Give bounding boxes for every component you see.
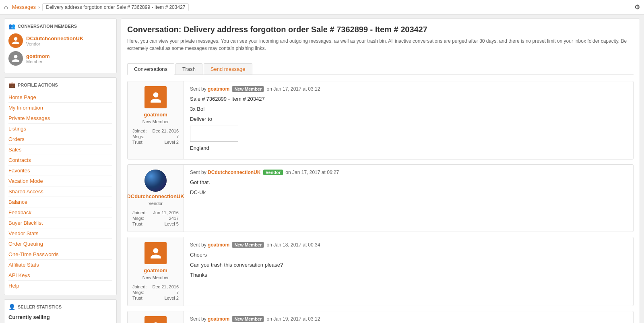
message-text-1: Sale # 7362899 - Item # 203427 3x Bol De… (190, 95, 627, 153)
sent-on-prefix-4: on (267, 316, 272, 322)
tab-trash[interactable]: Trash (175, 63, 202, 75)
sidebar-item-sales[interactable]: Sales (8, 145, 112, 155)
sidebar-item-buyer-blacklist[interactable]: Buyer Blacklist (8, 218, 112, 228)
sidebar-item-feedback[interactable]: Feedback (8, 207, 112, 218)
sender-panel-4 (128, 311, 184, 323)
page-description: Here, you can view your private messages… (127, 37, 634, 57)
profile-links-list: Home Page My Information Private Message… (8, 92, 112, 291)
sidebar-item-affiliate-stats[interactable]: Affiliate Stats (8, 260, 112, 270)
sender-panel-3: goatmom New Member Joined: Dec 21, 2016 … (128, 237, 184, 306)
message-body-1: Sent by goatmom New Member on Jan 17, 20… (184, 81, 633, 159)
sidebar-item-favorites[interactable]: Favorites (8, 166, 112, 176)
breadcrumb-separator: › (38, 4, 40, 10)
joined-value-2: Jun 11, 2016 (153, 210, 179, 215)
message-block-4: Sent by goatmom New Member on Jan 19, 20… (127, 311, 634, 323)
message-body-2: Sent by DCdutchconnectionUK Vendor on Ja… (184, 165, 633, 232)
sender-info-1: Joined: Dec 21, 2016 Msgs: 7 Trust: Leve… (132, 128, 179, 145)
tab-send-message[interactable]: Send message (204, 63, 252, 75)
sender-info-2: Joined: Jun 11, 2016 Msgs: 2417 Trust: L… (132, 210, 179, 227)
sender-info-3: Joined: Dec 21, 2016 Msgs: 7 Trust: Leve… (132, 284, 179, 301)
address-box (190, 126, 238, 142)
message-block-2: DCdutchconnectionUK Vendor Joined: Jun 1… (127, 164, 634, 232)
message-meta-4: Sent by goatmom New Member on Jan 19, 20… (190, 316, 627, 322)
vendor-role: Vendor (26, 41, 83, 46)
sidebar-item-vacation-mode[interactable]: Vacation Mode (8, 176, 112, 186)
msgs-value-1: 7 (176, 134, 179, 139)
tabs-bar: Conversations Trash Send message (127, 63, 634, 75)
trust-value-2: Level 5 (165, 222, 179, 226)
meta-sender-link-1[interactable]: goatmom (208, 86, 229, 92)
sender-name-2[interactable]: DCdutchconnectionUK (127, 193, 184, 199)
members-icon: 👥 (8, 23, 15, 29)
trust-label-1: Trust: (132, 140, 144, 145)
meta-sender-link-3[interactable]: goatmom (208, 242, 229, 248)
sidebar-item-private-messages[interactable]: Private Messages (8, 113, 112, 124)
sidebar-item-shared-access[interactable]: Shared Access (8, 186, 112, 197)
sent-on-4: Jan 19, 2017 at 03:12 (273, 316, 320, 322)
sidebar-item-balance[interactable]: Balance (8, 197, 112, 207)
message-meta-3: Sent by goatmom New Member on Jan 18, 20… (190, 242, 627, 248)
page-title: Conversation: Delivery address forgotton… (127, 25, 634, 34)
home-icon[interactable]: ⌂ (4, 4, 8, 11)
msgs-label-2: Msgs: (132, 216, 144, 221)
joined-value-3: Dec 21, 2016 (153, 284, 179, 289)
joined-label-1: Joined: (132, 128, 147, 133)
sent-on-2: Jan 17, 2017 at 06:27 (292, 170, 339, 175)
meta-sender-link-4[interactable]: goatmom (208, 316, 229, 322)
sidebar-item-home-page[interactable]: Home Page (8, 92, 112, 103)
sender-badge-2: Vendor (263, 170, 283, 175)
sent-on-prefix-1: on (267, 86, 272, 92)
sent-by-prefix-1: Sent by (190, 86, 206, 92)
seller-statistics-header: 👤 SELLER STATISTICS (8, 304, 112, 310)
sidebar-item-listings[interactable]: Listings (8, 124, 112, 134)
breadcrumb-messages-link[interactable]: Messages (12, 4, 36, 10)
member-name[interactable]: goatmom (26, 53, 50, 59)
sidebar-item-api-keys[interactable]: API Keys (8, 270, 112, 281)
sent-by-prefix-2: Sent by (190, 170, 206, 175)
message-body-3: Sent by goatmom New Member on Jan 18, 20… (184, 237, 633, 306)
sidebar-item-contracts[interactable]: Contracts (8, 155, 112, 166)
sent-by-prefix-4: Sent by (190, 316, 206, 322)
trust-value-1: Level 2 (165, 140, 179, 145)
sender-badge-3: New Member (232, 242, 264, 248)
msgs-label-1: Msgs: (132, 134, 144, 139)
vendor-name[interactable]: DCdutchconnectionUK (26, 35, 83, 41)
main-layout: 👥 CONVERSATION MEMBERS DCdutchconnection… (0, 14, 644, 323)
sender-badge-4: New Member (232, 316, 264, 322)
trust-label-3: Trust: (132, 296, 144, 300)
tab-conversations[interactable]: Conversations (127, 63, 174, 75)
msg-avatar-4 (144, 316, 167, 323)
seller-stats-icon: 👤 (8, 304, 15, 310)
member-row-vendor: DCdutchconnectionUK Vendor (8, 33, 112, 48)
message-text-2: Got that. DC-Uk (190, 178, 627, 197)
sidebar-item-vendor-stats[interactable]: Vendor Stats (8, 228, 112, 239)
sent-on-prefix-3: on (267, 242, 272, 248)
sidebar-item-my-information[interactable]: My Information (8, 103, 112, 113)
main-content: Conversation: Delivery address forgotton… (121, 19, 640, 323)
sidebar-item-order-queuing[interactable]: Order Queuing (8, 239, 112, 249)
member-row-member: goatmom Member (8, 51, 112, 66)
sidebar-item-help[interactable]: Help (8, 281, 112, 291)
sender-name-1[interactable]: goatmom (144, 112, 167, 118)
sender-name-3[interactable]: goatmom (144, 267, 167, 273)
settings-icon[interactable]: ⚙ (634, 3, 640, 11)
joined-value-1: Dec 21, 2016 (153, 128, 179, 133)
sender-badge-1: New Member (232, 86, 264, 92)
msg-avatar-3 (144, 242, 167, 264)
message-text-3: Cheers Can you trash this conversation p… (190, 251, 627, 279)
sender-role-3: New Member (142, 275, 169, 280)
sidebar-item-one-time-passwords[interactable]: One-Time Passwords (8, 249, 112, 260)
profile-actions-card: 💼 PROFILE ACTIONS Home Page My Informati… (4, 77, 117, 295)
meta-sender-link-2[interactable]: DCdutchconnectionUK (208, 170, 260, 175)
sender-role-1: New Member (142, 119, 169, 124)
trust-label-2: Trust: (132, 222, 144, 226)
sender-panel-2: DCdutchconnectionUK Vendor Joined: Jun 1… (128, 165, 184, 232)
msg-avatar-2 (144, 170, 167, 192)
sender-panel-1: goatmom New Member Joined: Dec 21, 2016 … (128, 81, 184, 159)
sidebar-item-orders[interactable]: Orders (8, 134, 112, 145)
msgs-label-3: Msgs: (132, 290, 144, 295)
joined-label-3: Joined: (132, 284, 147, 289)
message-meta-2: Sent by DCdutchconnectionUK Vendor on Ja… (190, 170, 627, 175)
sent-on-3: Jan 18, 2017 at 00:34 (273, 242, 320, 248)
breadcrumb-current: Delivery address forgotton order Sale # … (42, 3, 189, 11)
